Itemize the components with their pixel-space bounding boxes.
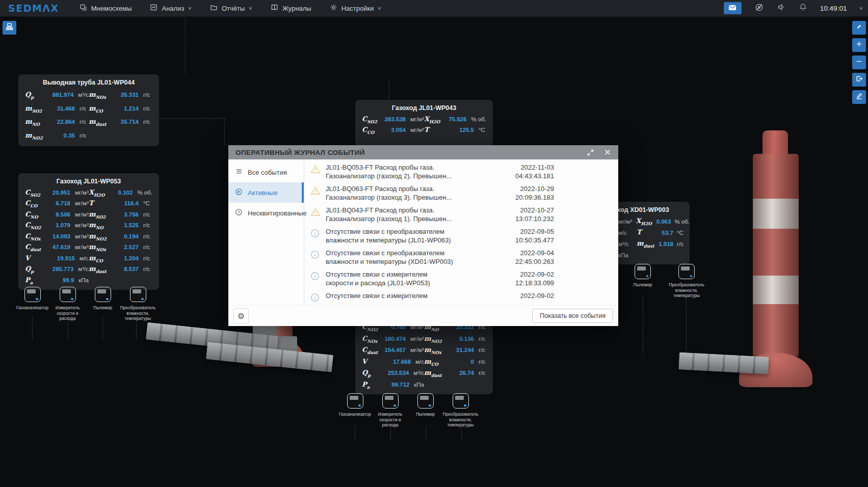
chevron-down-icon: ∨ — [377, 6, 382, 11]
notifications-bell-icon[interactable] — [799, 3, 807, 14]
sound-icon[interactable] — [777, 3, 786, 14]
panel-duct-wp043: Газоход JL01-WP043 CSO2283.538мг/м³ XH2O… — [355, 100, 493, 147]
sensor-device: Измеритель скорости и расхода — [373, 393, 408, 428]
event-row[interactable]: Отсутствие связи с преобразователем влаж… — [304, 247, 618, 268]
connector-line — [643, 295, 643, 355]
dialog-title: ОПЕРАТИВНЫЙ ЖУРНАЛ СОБЫТИЙ — [235, 149, 365, 156]
event-text: Отсутствие связи с измерителем скорости … — [326, 270, 497, 287]
param-symbol: CNOx — [362, 335, 382, 344]
param-value: 75.526 — [443, 116, 466, 122]
event-row[interactable]: Отсутствие связи с измерителем 2022-09-0… — [304, 289, 618, 305]
event-row[interactable]: JL01-BQ063-FT Расход пробы газа. Газоана… — [304, 182, 618, 204]
scheme-tree-button[interactable] — [3, 21, 16, 35]
sensor-device: Пылемер — [408, 393, 443, 428]
param-row: Qp285.773м³/с mdust8.537г/с — [18, 264, 159, 276]
gear-icon: ⚙ — [238, 311, 245, 321]
sensor-label: Пылемер — [416, 412, 435, 417]
nav-reports[interactable]: Отчёты ∨ — [210, 4, 252, 13]
panel-title: Выводная труба JL01-WP044 — [18, 74, 159, 89]
journal-settings-button[interactable]: ⚙ — [233, 308, 249, 323]
param-symbol: mSO2 — [25, 104, 47, 114]
edit-button[interactable] — [852, 90, 866, 104]
event-row[interactable]: JL01-BQ043-FT Расход пробы газа. Газоана… — [304, 204, 618, 225]
event-row[interactable]: JL01-BQ053-FT Расход пробы газа. Газоана… — [304, 161, 618, 182]
param-symbol: Cdust — [362, 346, 382, 355]
connector-line — [224, 118, 225, 145]
top-navbar: SEDMΛX Мнемосхемы Анализ ∨ Отчёты ∨ Журн… — [0, 0, 868, 17]
param-symbol: T — [637, 228, 657, 237]
param-unit: м/с — [415, 359, 424, 365]
param-value: 99.9 — [47, 277, 74, 283]
param-unit: мг/м³ — [75, 233, 89, 239]
event-timestamp: 2022-09-02 12:18:33.099 — [497, 270, 554, 287]
device-icon — [95, 287, 111, 302]
param-unit: г/с — [143, 266, 150, 272]
warning-icon — [310, 207, 321, 217]
param-symbol: mNOx — [89, 91, 111, 100]
param-unit: мг/м³ — [410, 116, 424, 122]
eye-off-icon[interactable] — [754, 3, 764, 14]
param-unit: г/с — [80, 119, 86, 125]
param-unit: г/с — [677, 241, 683, 247]
param-value: 19.915 — [47, 255, 75, 261]
device-icon — [635, 264, 651, 279]
sensor-label: Измеритель скорости и расхода — [50, 305, 85, 321]
param-symbol: Qp — [362, 369, 383, 378]
param-symbol: T — [89, 199, 111, 208]
info-icon — [310, 293, 320, 302]
panel-stack-wp044: Выводная труба JL01-WP044 Qp881.974м³/с … — [18, 74, 159, 146]
nav-journals[interactable]: Журналы — [271, 4, 311, 13]
mail-icon — [728, 4, 737, 13]
event-row[interactable]: Отсутствие связи с измерителем скорости … — [304, 268, 618, 289]
param-unit: г/с — [479, 336, 485, 342]
device-icon — [130, 287, 146, 302]
tab-unacknowledged-events[interactable]: Несквитированные — [228, 203, 304, 223]
param-value: 6.718 — [45, 200, 70, 206]
event-text: Отсутствие связи с измерителем — [326, 291, 497, 300]
tab-all-events[interactable]: Все события — [228, 162, 304, 182]
nav-analysis[interactable]: Анализ ∨ — [150, 4, 191, 13]
chimney-right — [753, 154, 799, 357]
connector-line — [159, 118, 224, 119]
param-unit: г/с — [80, 132, 86, 139]
param-symbol: T — [424, 126, 446, 135]
messages-button[interactable] — [724, 2, 742, 14]
param-symbol: mSO2 — [89, 210, 111, 220]
param-row: CSO220.951мг/м³ XH2O0.102% об. — [18, 187, 159, 199]
param-unit: г/с — [479, 359, 485, 365]
param-unit: г/с — [143, 211, 150, 218]
nav-mnemoschemes[interactable]: Мнемосхемы — [80, 4, 132, 13]
param-value: 22.864 — [47, 119, 75, 125]
reports-icon — [210, 4, 218, 13]
info-icon — [310, 272, 320, 281]
event-timestamp: 2022-10-29 20:09:36.183 — [497, 184, 554, 202]
param-row: CNO21.079мг/м³ mNO1.525г/с — [18, 221, 159, 232]
close-icon[interactable]: ✕ — [604, 148, 611, 157]
nav-settings[interactable]: Настройки ∨ — [330, 4, 381, 13]
event-text: JL01-BQ053-FT Расход пробы газа. Газоана… — [326, 163, 497, 180]
param-unit: кПа — [618, 252, 637, 258]
param-unit: мг/м³ — [410, 336, 424, 342]
param-value: 3.054 — [382, 127, 406, 133]
expand-button[interactable] — [852, 21, 866, 35]
zoom-in-button[interactable] — [852, 38, 866, 52]
maximize-icon[interactable] — [587, 149, 594, 156]
param-unit: г/с — [479, 370, 485, 376]
sensor-device: Преобразователь влажности, температуры — [120, 287, 155, 321]
tab-active-events[interactable]: Активные — [228, 182, 304, 203]
param-unit: мг/м³ — [75, 190, 89, 196]
status-area: 10:49:01 ∨ — [724, 0, 863, 16]
fit-view-button[interactable] — [852, 73, 866, 87]
param-unit: мг/м³ — [75, 211, 89, 218]
device-icon — [347, 393, 363, 409]
show-all-events-button[interactable]: Показать все события — [532, 309, 613, 323]
param-unit: м³/с — [78, 92, 89, 98]
param-value: 20.951 — [45, 190, 70, 196]
event-list[interactable]: JL01-BQ053-FT Расход пробы газа. Газоана… — [304, 159, 618, 305]
event-row[interactable]: Отсутствие связи с преобразователем влаж… — [304, 225, 618, 247]
chevron-down-icon[interactable]: ∨ — [859, 6, 863, 11]
zoom-out-button[interactable] — [852, 56, 866, 69]
param-value: 1.525 — [111, 222, 139, 228]
param-value: 99.712 — [383, 382, 409, 388]
param-unit: г/с — [143, 244, 150, 250]
